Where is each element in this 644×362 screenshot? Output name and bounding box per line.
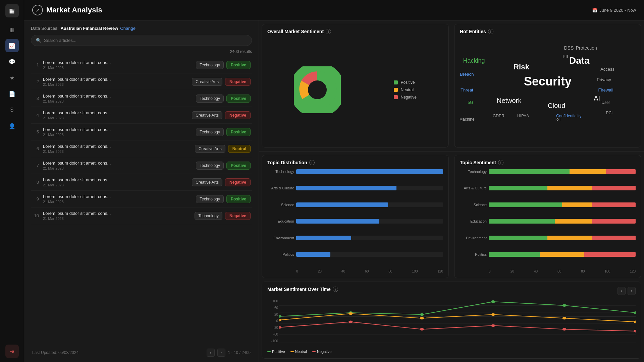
article-number: 3: [32, 96, 39, 101]
sent-bar-label: Environment: [460, 236, 487, 240]
article-title: Lorem ipsum dolor sit amet, cons...: [43, 110, 188, 115]
dist-bar-label: Politics: [267, 252, 294, 256]
overall-sentiment-info[interactable]: i: [326, 29, 331, 34]
article-number: 2: [32, 79, 39, 84]
sidebar-item-dashboard[interactable]: ▦: [5, 23, 19, 36]
topic-sentiment-info[interactable]: i: [498, 160, 503, 165]
article-content: Lorem ipsum dolor sit amet, cons... 21 M…: [43, 110, 188, 120]
article-tags: Creative Arts Negative: [192, 78, 251, 86]
article-tags: Creative Arts Negative: [192, 178, 251, 186]
svg-point-16: [348, 312, 353, 315]
timeline-next-button[interactable]: ›: [628, 287, 636, 295]
chat-icon: 💬: [9, 59, 15, 65]
profile-icon: 👤: [9, 123, 15, 129]
timeline-legend: Positive Neutral Negative: [267, 350, 636, 354]
topic-distribution-info[interactable]: i: [309, 160, 315, 165]
dist-bar-label: Arts & Culture: [267, 186, 294, 190]
topic-tag: Technology: [196, 128, 224, 136]
dashboard-icon: ▦: [9, 26, 14, 33]
topic-tag: Technology: [196, 162, 224, 170]
svg-point-9: [279, 315, 281, 318]
positive-seg: [489, 202, 562, 207]
word-cloud-item: Protection: [576, 45, 597, 51]
dist-bar-row: Politics: [267, 252, 443, 257]
article-row[interactable]: 2 Lorem ipsum dolor sit amet, cons... 21…: [31, 73, 252, 90]
article-date: 21 Mar 2023: [43, 116, 188, 120]
neutral-seg: [555, 219, 592, 224]
article-tags: Creative Arts Negative: [192, 111, 251, 119]
word-cloud-item: Cloud: [548, 102, 565, 110]
negative-dot: [394, 95, 398, 99]
sidebar-item-profile[interactable]: 👤: [5, 119, 19, 133]
analytics-icon: 📈: [9, 43, 15, 49]
article-date: 21 Mar 2023: [43, 149, 191, 154]
article-row[interactable]: 5 Lorem ipsum dolor sit amet, cons... 21…: [31, 124, 252, 140]
word-cloud-item: Hacking: [463, 57, 485, 64]
article-row[interactable]: 6 Lorem ipsum dolor sit amet, cons... 21…: [31, 140, 252, 157]
article-row[interactable]: 10 Lorem ipsum dolor sit amet, cons... 2…: [31, 207, 252, 224]
header-title-area: ↗ Market Analysis: [32, 5, 592, 15]
article-date: 21 Mar 2023: [43, 82, 188, 86]
article-row[interactable]: 7 Lorem ipsum dolor sit amet, cons... 21…: [31, 157, 252, 174]
sidebar-item-analytics[interactable]: 📈: [5, 39, 19, 52]
article-date: 21 Mar 2023: [43, 200, 192, 204]
topic-distribution-chart: Technology Arts & Culture Science Educat…: [267, 169, 443, 274]
article-content: Lorem ipsum dolor sit amet, cons... 21 M…: [43, 194, 192, 204]
article-row[interactable]: 9 Lorem ipsum dolor sit amet, cons... 21…: [31, 191, 252, 207]
sidebar-item-favorites[interactable]: ★: [5, 71, 19, 84]
search-bar[interactable]: 🔍: [31, 35, 252, 46]
sidebar-item-reports[interactable]: 📄: [5, 87, 19, 101]
logout-button[interactable]: ⇥: [5, 345, 19, 358]
sent-stacked-bar: [489, 219, 636, 224]
topic-distribution-title: Topic Distribution i: [267, 160, 443, 165]
svg-point-13: [562, 304, 567, 307]
tl-negative-dot: [312, 351, 316, 352]
article-number: 1: [32, 62, 39, 67]
calendar-icon: 📅: [592, 8, 597, 13]
word-cloud-item: Network: [497, 97, 521, 104]
reports-icon: 📄: [9, 91, 15, 97]
next-page-button[interactable]: ›: [217, 349, 225, 357]
positive-seg: [489, 219, 555, 224]
hot-entities-info[interactable]: i: [488, 29, 493, 34]
sentiment-timeline-card: Market Sentiment Over Time i ‹ › 100 60 …: [262, 282, 641, 359]
article-title: Lorem ipsum dolor sit amet, cons...: [43, 177, 188, 182]
article-title: Lorem ipsum dolor sit amet, cons...: [43, 77, 188, 82]
article-list: 1 Lorem ipsum dolor sit amet, cons... 21…: [31, 57, 252, 345]
topic-tag: Creative Arts: [192, 111, 222, 119]
topic-tag: Technology: [196, 195, 224, 203]
article-title: Lorem ipsum dolor sit amet, cons...: [43, 194, 192, 199]
negative-seg: [592, 202, 636, 207]
article-row[interactable]: 1 Lorem ipsum dolor sit amet, cons... 21…: [31, 57, 252, 73]
article-row[interactable]: 8 Lorem ipsum dolor sit amet, cons... 21…: [31, 174, 252, 191]
dist-bar-track: [296, 202, 443, 207]
sent-stacked-bar: [489, 236, 636, 240]
article-date: 21 Mar 2023: [43, 217, 191, 221]
sent-bar-row: Science: [460, 202, 636, 207]
dist-bar-row: Science: [267, 202, 443, 207]
article-row[interactable]: 4 Lorem ipsum dolor sit amet, cons... 21…: [31, 107, 252, 124]
sidebar-item-chat[interactable]: 💬: [5, 55, 19, 68]
dist-bar-fill: [296, 186, 396, 190]
article-row[interactable]: 3 Lorem ipsum dolor sit amet, cons... 21…: [31, 90, 252, 107]
article-content: Lorem ipsum dolor sit amet, cons... 21 M…: [43, 127, 192, 137]
tl-neutral-dot: [290, 351, 294, 352]
change-source-button[interactable]: Change: [120, 26, 136, 31]
article-title: Lorem ipsum dolor sit amet, cons...: [43, 60, 192, 65]
header-date: 📅 June 9 2020 - Now: [592, 8, 636, 13]
article-number: 8: [32, 180, 39, 185]
app-logo[interactable]: ▦: [5, 4, 19, 17]
svg-point-23: [420, 328, 424, 331]
topic-sentiment-card: Topic Sentiment i Technology Arts & Cult…: [454, 155, 641, 279]
billing-icon: $: [10, 107, 13, 113]
timeline-prev-button[interactable]: ‹: [618, 287, 626, 295]
svg-point-12: [491, 300, 495, 303]
sentiment-tag: Negative: [225, 111, 251, 119]
timeline-info[interactable]: i: [333, 287, 338, 292]
dist-bar-label: Technology: [267, 170, 294, 174]
prev-page-button[interactable]: ‹: [207, 349, 215, 357]
sidebar-item-billing[interactable]: $: [5, 103, 19, 117]
search-input[interactable]: [44, 38, 247, 43]
article-number: 10: [32, 213, 39, 218]
sentiment-tag: Positive: [226, 128, 251, 136]
